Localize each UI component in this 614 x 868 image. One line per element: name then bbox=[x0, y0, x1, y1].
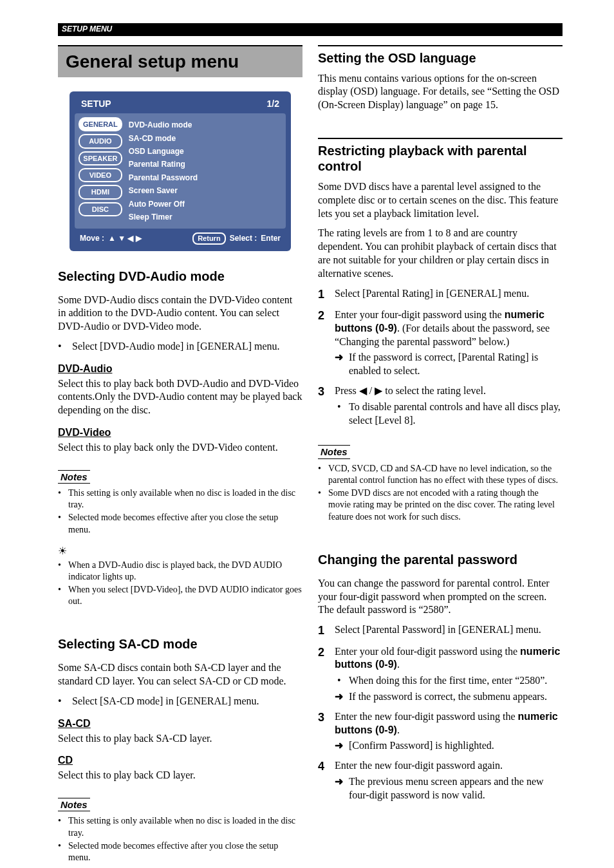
page-title: General setup menu bbox=[58, 45, 302, 77]
notes-list: •This setting is only available when no … bbox=[58, 487, 302, 536]
body-text: Select this to play back only the DVD-Vi… bbox=[58, 441, 302, 455]
steps-list: 1Select [Parental Password] in [GENERAL]… bbox=[318, 623, 563, 802]
subhead-dvd-video: DVD-Video bbox=[58, 426, 302, 440]
arrows-icon: ◀ / ▶ bbox=[359, 385, 382, 396]
result-text: If the password is correct, the submenu … bbox=[349, 690, 547, 704]
select-label: Select : bbox=[230, 234, 257, 244]
arrow-icon: ➜ bbox=[335, 739, 349, 753]
notes-label: Notes bbox=[58, 798, 90, 812]
setup-items: DVD-Audio mode SA-CD mode OSD Language P… bbox=[129, 117, 282, 225]
step-body: Enter your old four-digit password using… bbox=[335, 645, 563, 704]
bullet-text: When doing this for the first time, ente… bbox=[349, 674, 547, 688]
note-text: This setting is only available when no d… bbox=[68, 815, 302, 838]
notes-label: Notes bbox=[318, 445, 350, 459]
step-text: . bbox=[397, 659, 400, 670]
setup-panel: SETUP 1/2 GENERAL AUDIO SPEAKER VIDEO HD… bbox=[70, 91, 291, 251]
bullet-text: To disable parental controls and have al… bbox=[349, 401, 563, 428]
menu-item[interactable]: DVD-Audio mode bbox=[129, 118, 282, 131]
body-text: Select this to play back CD layer. bbox=[58, 769, 302, 782]
body-text: Select this to play back SA-CD layer. bbox=[58, 732, 302, 746]
step-text: Select [Parental Password] in [GENERAL] … bbox=[335, 623, 563, 638]
body-text: You can change the password for parental… bbox=[318, 577, 563, 617]
hints-list: •When a DVD-Audio disc is played back, t… bbox=[58, 560, 302, 608]
menu-item[interactable]: Parental Rating bbox=[129, 158, 282, 171]
step-text: Enter your four-digit password using the bbox=[335, 309, 505, 320]
note-text: Selected mode becomes effective after yo… bbox=[68, 512, 302, 535]
heading-dvd-audio: Selecting DVD-Audio mode bbox=[58, 268, 302, 285]
notes-list: •This setting is only available when no … bbox=[58, 815, 302, 863]
intro-text: Some SA-CD discs contain both SA-CD laye… bbox=[58, 661, 302, 688]
step-text: Enter the new four-digit password using … bbox=[335, 711, 518, 722]
step-body: Enter the new four-digit password again.… bbox=[335, 759, 563, 802]
step-list: •Select [SA-CD mode] in [GENERAL] menu. bbox=[58, 695, 302, 708]
arrow-icon: ➜ bbox=[335, 690, 349, 704]
arrow-icon: ➜ bbox=[335, 775, 349, 802]
menu-item[interactable]: Sleep Timer bbox=[129, 211, 282, 223]
menu-item[interactable]: Screen Saver bbox=[129, 184, 282, 197]
return-button[interactable]: Return bbox=[192, 232, 225, 244]
menu-item[interactable]: OSD Language bbox=[129, 145, 282, 158]
step-body: Enter your four-digit password using the… bbox=[335, 308, 563, 378]
hint-text: When a DVD-Audio disc is played back, th… bbox=[68, 560, 302, 583]
subhead-cd: CD bbox=[58, 754, 302, 768]
setup-footer: Move : ▲ ▼ ◀ ▶ Return Select : Enter bbox=[75, 229, 286, 245]
step-text: to select the rating level. bbox=[382, 385, 486, 396]
body-text: Select this to play back both DVD-Audio … bbox=[58, 377, 302, 417]
setup-tabs: GENERAL AUDIO SPEAKER VIDEO HDMI DISC bbox=[79, 117, 122, 225]
arrows-icon: ▲ ▼ ◀ ▶ bbox=[108, 234, 142, 244]
right-column: Setting the OSD language This menu conta… bbox=[318, 45, 563, 868]
heading-sacd: Selecting SA-CD mode bbox=[58, 636, 302, 652]
note-text: Selected mode becomes effective after yo… bbox=[68, 840, 302, 863]
heading-osd: Setting the OSD language bbox=[318, 45, 563, 66]
tab-video[interactable]: VIDEO bbox=[79, 168, 122, 182]
step-body: Enter the new four-digit password using … bbox=[335, 710, 563, 753]
header-bar: SETUP MENU bbox=[58, 23, 563, 36]
step-text: . bbox=[397, 724, 400, 735]
note-text: Some DVD discs are not encoded with a ra… bbox=[328, 487, 563, 523]
result-text: If the password is correct, [Parental Ra… bbox=[349, 351, 563, 378]
setup-body: GENERAL AUDIO SPEAKER VIDEO HDMI DISC DV… bbox=[75, 113, 286, 229]
step-text: Select [SA-CD mode] in [GENERAL] menu. bbox=[72, 695, 259, 708]
heading-parental: Restricting playback with parental contr… bbox=[318, 138, 563, 174]
step-text: Select [DVD-Audio mode] in [GENERAL] men… bbox=[72, 340, 280, 354]
step-text: Press bbox=[335, 385, 359, 396]
left-column: General setup menu SETUP 1/2 GENERAL AUD… bbox=[58, 45, 302, 868]
step-text: Select [Parental Rating] in [GENERAL] me… bbox=[335, 287, 563, 302]
tab-speaker[interactable]: SPEAKER bbox=[79, 151, 122, 165]
arrow-icon: ➜ bbox=[335, 351, 349, 378]
setup-title: SETUP bbox=[81, 98, 111, 109]
step-list: •Select [DVD-Audio mode] in [GENERAL] me… bbox=[58, 340, 302, 354]
setup-page-indicator: 1/2 bbox=[267, 98, 279, 109]
note-text: VCD, SVCD, CD and SA-CD have no level in… bbox=[328, 463, 563, 486]
result-text: The previous menu screen appears and the… bbox=[349, 775, 563, 802]
tab-disc[interactable]: DISC bbox=[79, 202, 122, 216]
tab-general[interactable]: GENERAL bbox=[79, 117, 122, 131]
hint-icon: ☀ bbox=[58, 545, 302, 558]
notes-list: •VCD, SVCD, CD and SA-CD have no level i… bbox=[318, 463, 563, 523]
body-text: This menu contains various options for t… bbox=[318, 72, 563, 112]
page-columns: General setup menu SETUP 1/2 GENERAL AUD… bbox=[58, 45, 563, 868]
intro-text: Some DVD-Audio discs contain the DVD-Vid… bbox=[58, 294, 302, 334]
menu-item[interactable]: Parental Password bbox=[129, 171, 282, 184]
setup-header: SETUP 1/2 bbox=[75, 97, 286, 113]
hint-text: When you select [DVD-Video], the DVD AUD… bbox=[68, 584, 302, 607]
menu-item[interactable]: Auto Power Off bbox=[129, 198, 282, 211]
menu-item[interactable]: SA-CD mode bbox=[129, 132, 282, 145]
steps-list: 1Select [Parental Rating] in [GENERAL] m… bbox=[318, 287, 563, 428]
body-text: Some DVD discs have a parental level ass… bbox=[318, 180, 563, 220]
move-label: Move : bbox=[80, 234, 104, 244]
note-text: This setting is only available when no d… bbox=[68, 487, 302, 511]
heading-password: Changing the parental password bbox=[318, 551, 563, 568]
tab-hdmi[interactable]: HDMI bbox=[79, 185, 122, 199]
result-text: [Confirm Password] is highlighted. bbox=[349, 739, 494, 753]
step-text: Enter the new four-digit password again. bbox=[335, 760, 503, 771]
notes-label: Notes bbox=[58, 470, 90, 484]
enter-label: Enter bbox=[261, 234, 281, 244]
tab-audio[interactable]: AUDIO bbox=[79, 134, 122, 148]
step-text: Enter your old four-digit password using… bbox=[335, 646, 520, 657]
body-text: The rating levels are from 1 to 8 and ar… bbox=[318, 227, 563, 280]
subhead-dvd-audio: DVD-Audio bbox=[58, 363, 302, 376]
subhead-sacd: SA-CD bbox=[58, 717, 302, 731]
step-body: Press ◀ / ▶ to select the rating level. … bbox=[335, 384, 563, 427]
